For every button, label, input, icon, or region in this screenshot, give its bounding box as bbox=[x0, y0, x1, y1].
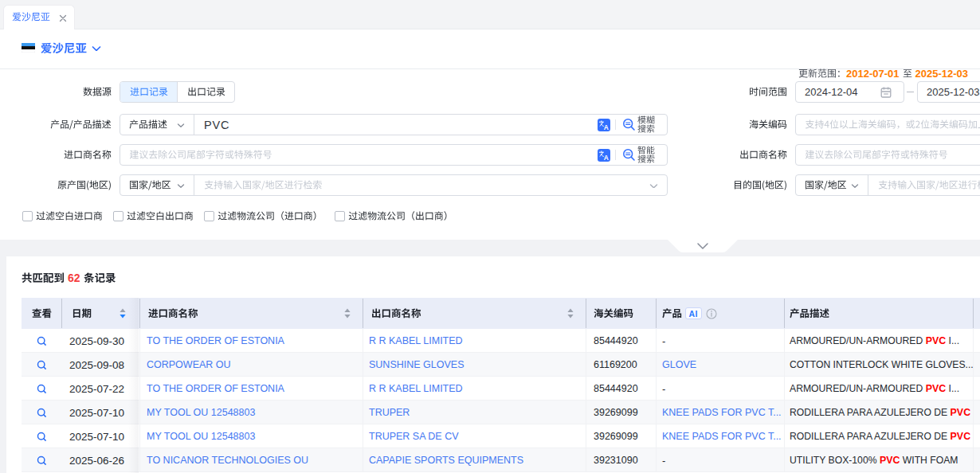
svg-text:A: A bbox=[604, 153, 609, 161]
svg-text:A: A bbox=[604, 123, 609, 131]
